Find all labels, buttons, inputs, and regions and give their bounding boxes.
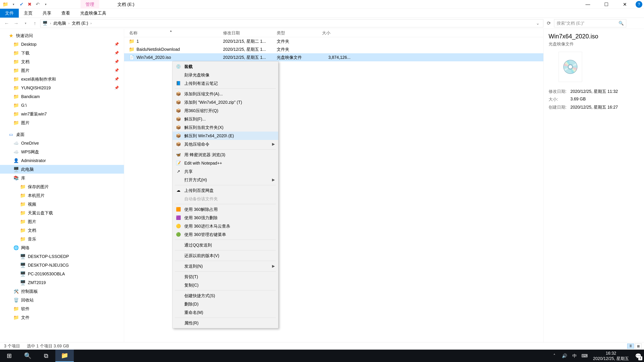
refresh-button[interactable]: ⟳ [545, 19, 553, 27]
context-tab-drive-tools[interactable]: 管理 [80, 0, 99, 9]
forward-button[interactable]: → [12, 19, 20, 27]
tree-control-panel[interactable]: 🛠️控制面板 [0, 287, 124, 296]
qat-dropdown-icon[interactable]: ▾ [10, 1, 17, 8]
tree-network-item[interactable]: PC-20190530OBLA [0, 270, 124, 278]
taskbar-clock[interactable]: 16:32 2020/12/25, 星期五 [590, 351, 632, 361]
context-menu-item[interactable]: 删除(D) [172, 300, 278, 308]
file-row[interactable]: Win7x64_2020.iso 2020/12/25, 星期五 1... 光盘… [124, 53, 544, 61]
tree-library-item[interactable]: 视频 [0, 200, 124, 209]
undo-icon[interactable]: ↶ [34, 1, 41, 8]
context-menu-item[interactable]: 📦解压到当前文件夹(X) [172, 123, 278, 132]
file-row[interactable]: 1 2020/12/15, 星期二 1... 文件夹 [124, 37, 544, 45]
breadcrumb-thispc[interactable]: 此电脑 [54, 20, 66, 26]
tree-library-item[interactable]: 图片 [0, 217, 124, 226]
tree-network[interactable]: 网络 [0, 243, 124, 252]
ribbon-tab-view[interactable]: 查看 [56, 9, 75, 17]
file-row[interactable]: BaiduNetdiskDownload 2020/12/25, 星期五 1..… [124, 45, 544, 53]
chevron-right-icon[interactable]: › [50, 21, 51, 25]
tree-library-item[interactable]: 音乐 [0, 235, 124, 243]
context-menu-item[interactable]: 刻录光盘映像 [172, 71, 278, 79]
context-menu-item[interactable]: 🟢使用 360管理右键菜单 [172, 230, 278, 239]
context-menu-item[interactable]: 重命名(M) [172, 308, 278, 317]
chevron-right-icon[interactable]: › [90, 21, 92, 25]
context-menu-item[interactable]: 📦解压到(F)... [172, 115, 278, 123]
column-date[interactable]: 修改日期 [223, 30, 277, 36]
ribbon-tab-drive-tools[interactable]: 光盘映像工具 [75, 9, 111, 17]
context-menu-item[interactable]: ↗共享 [172, 167, 278, 176]
context-menu-item[interactable]: 剪切(T) [172, 273, 278, 281]
save-icon[interactable]: ✔ [18, 1, 25, 8]
context-menu-item[interactable]: 🟪使用 360强力删除 [172, 214, 278, 222]
search-input[interactable]: 搜索"文档 (E:)" 🔍 [554, 19, 626, 27]
volume-icon[interactable]: 🔊 [560, 350, 570, 362]
ribbon-tab-share[interactable]: 共享 [38, 9, 56, 17]
context-menu-item[interactable]: 通过QQ发送到 [172, 241, 278, 249]
chevron-right-icon[interactable]: › [68, 21, 70, 25]
up-button[interactable]: ↑ [31, 19, 39, 27]
maximize-button[interactable]: ☐ [597, 0, 616, 9]
breadcrumb-drive-e[interactable]: 文档 (E:) [72, 20, 88, 26]
task-view-button[interactable]: ⧉ [37, 350, 55, 362]
tree-libraries[interactable]: 库 [0, 174, 124, 182]
tree-quick-item[interactable]: YUNQISHI2019📌 [0, 83, 124, 92]
close-button[interactable]: ✕ [616, 0, 634, 9]
back-button[interactable]: ← [3, 19, 11, 27]
start-button[interactable]: ⊞ [0, 350, 18, 362]
context-menu-item[interactable]: 🟧使用 360解除占用 [172, 205, 278, 214]
ime-indicator[interactable]: 中 [570, 350, 580, 362]
context-menu-item[interactable]: 📦添加到 "Win7x64_2020.zip" (T) [172, 98, 278, 106]
tree-wps[interactable]: WPS网盘 [0, 147, 124, 156]
ribbon-tab-file[interactable]: 文件 [0, 9, 19, 17]
context-menu-item[interactable]: 属性(R) [172, 319, 278, 327]
tree-recycle[interactable]: 🗑️回收站 [0, 296, 124, 304]
tree-quick-item[interactable]: excel表格制作求和📌 [0, 75, 124, 83]
context-menu-item[interactable]: 复制(C) [172, 281, 278, 289]
tree-quick-item[interactable]: 下载📌 [0, 49, 124, 57]
qat-menu-icon[interactable]: ▾ [42, 1, 49, 8]
column-name[interactable]: 名称▲ [124, 30, 223, 36]
tree-thispc[interactable]: 此电脑 [0, 165, 124, 174]
tree-quick-access[interactable]: 快速访问 [0, 31, 124, 40]
context-menu-item[interactable]: 📦添加到压缩文件(A)... [172, 90, 278, 98]
context-menu-item[interactable]: 📘上传到有道云笔记 [172, 79, 278, 87]
context-menu-item[interactable]: 打开方式(H)▶ [172, 176, 278, 184]
view-icons-button[interactable]: ▦ [635, 344, 642, 349]
tree-quick-item[interactable]: Desktop📌 [0, 40, 124, 49]
context-menu-item[interactable]: 📦用360压缩打开(Q) [172, 106, 278, 115]
tree-library-item[interactable]: 本机照片 [0, 191, 124, 200]
tree-quick-item[interactable]: win7重装win7 [0, 110, 124, 118]
address-bar[interactable]: 🖥️ › 此电脑 › 文档 (E:) › ⌄ [40, 19, 544, 27]
tree-network-item[interactable]: DESKTOP-LSSOEDP [0, 252, 124, 261]
context-menu-item[interactable]: ☁上传到百度网盘 [172, 186, 278, 195]
history-dropdown[interactable]: ▾ [22, 19, 30, 27]
taskbar-explorer[interactable]: 📁 [55, 350, 74, 362]
search-button[interactable]: 🔍 [18, 350, 37, 362]
address-dropdown-icon[interactable]: ⌄ [534, 21, 541, 26]
minimize-button[interactable]: ― [578, 0, 597, 9]
ime-mode-icon[interactable]: ⌨ [580, 350, 590, 362]
tree-files[interactable]: 文件 [0, 313, 124, 322]
tree-quick-item[interactable]: 图片📌 [0, 66, 124, 75]
tree-quick-item[interactable]: 图片 [0, 118, 124, 127]
delete-icon[interactable]: ✖ [26, 1, 33, 8]
context-menu-item[interactable]: 📦解压到 Win7x64_2020\ (E) [172, 132, 278, 140]
context-menu-item[interactable]: 还原以前的版本(V) [172, 251, 278, 260]
tree-network-item[interactable]: ZMT2019 [0, 278, 124, 287]
context-menu-item[interactable]: 发送到(N)▶ [172, 262, 278, 270]
column-size[interactable]: 大小 [322, 30, 356, 36]
tree-quick-item[interactable]: G:\ [0, 101, 124, 110]
tree-desktop[interactable]: ▭桌面 [0, 130, 124, 139]
context-menu-item[interactable]: 🦋用 蜂蜜浏览器 浏览(3) [172, 150, 278, 159]
column-type[interactable]: 类型 [277, 30, 322, 36]
tree-network-item[interactable]: DESKTOP-NJEU3CG [0, 261, 124, 270]
tree-onedrive[interactable]: OneDrive [0, 139, 124, 147]
tree-software[interactable]: 软件 [0, 304, 124, 313]
context-menu-item[interactable]: 📝Edit with Notepad++ [172, 159, 278, 167]
help-button[interactable]: ? [634, 0, 644, 9]
context-menu-item[interactable]: 创建快捷方式(S) [172, 292, 278, 300]
search-icon[interactable]: 🔍 [618, 21, 624, 26]
view-details-button[interactable]: ≣ [627, 344, 634, 349]
tree-quick-item[interactable]: 文档📌 [0, 57, 124, 66]
ribbon-tab-home[interactable]: 主页 [19, 9, 38, 17]
tree-quick-item[interactable]: Bandicam [0, 92, 124, 101]
